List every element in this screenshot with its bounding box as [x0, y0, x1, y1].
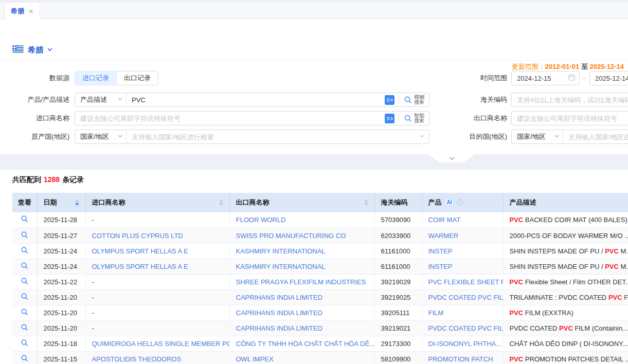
product-link[interactable]: INSTEP: [428, 263, 453, 270]
exporter-input[interactable]: [511, 111, 628, 125]
sort-icons[interactable]: [219, 199, 223, 206]
view-button[interactable]: [12, 212, 37, 228]
product-link[interactable]: PROMOTION PATCH: [428, 355, 493, 363]
importer-label: 进口商名称: [0, 111, 69, 125]
view-magnifier-icon: [21, 339, 29, 347]
exporter-link[interactable]: SHREE PRAGYA FLEXIFILM INDUSTRIES: [236, 278, 366, 286]
start-date-input[interactable]: 2024-12-15: [511, 71, 580, 85]
origin-country-input[interactable]: [127, 130, 420, 143]
exporter-link[interactable]: FLOOR WORLD: [236, 216, 286, 224]
product-link[interactable]: PVDC COATED PVC FIL...: [428, 324, 504, 332]
chevron-down-icon[interactable]: [47, 48, 51, 52]
view-button[interactable]: [12, 274, 37, 289]
tab-greece[interactable]: 希腊 ×: [4, 2, 40, 20]
destination-select[interactable]: 国家/地区: [512, 130, 563, 143]
product-link[interactable]: PVC FLEXIBLE SHEET F...: [428, 278, 504, 286]
chevron-down-icon: [118, 135, 122, 139]
exporter-link[interactable]: KASHMIRY INTERNATIONAL: [236, 247, 326, 255]
date-cell: 2025-11-18: [37, 336, 85, 351]
importer-input[interactable]: [75, 112, 385, 125]
col-date[interactable]: 日期: [37, 193, 85, 212]
result-count: 1288: [41, 175, 62, 184]
exporter-link[interactable]: CÔNG TY TNHH HÓA CHẤT CHẤT HÓA DẺ...: [236, 340, 375, 348]
product-link[interactable]: DI-ISONONYL PHTHA...: [428, 340, 502, 348]
exporter-link[interactable]: CAPRIHANS INDIA LIMITED: [236, 309, 322, 317]
destination-input[interactable]: [563, 130, 628, 143]
hs-code-cell: 62033900: [374, 228, 422, 243]
export-records-tab[interactable]: 出口记录: [116, 71, 158, 85]
exporter-link[interactable]: SWISS PRO MANUFACTURING CO: [236, 232, 346, 240]
exporter-link[interactable]: KASHMIRY INTERNATIONAL: [236, 263, 326, 270]
date-cell: 2025-11-20: [37, 289, 85, 305]
end-date-input[interactable]: 2025-12-14: [589, 71, 628, 85]
sort-icons[interactable]: [75, 199, 79, 206]
importer-cell: COTTON PLUS CYPRUS LTD: [85, 228, 229, 243]
results-table: 查看 日期 进口商名称 出口商名称 海关编码: [12, 193, 628, 364]
product-link[interactable]: FILM: [428, 309, 444, 317]
description-cell: SHIN INSTEPS MADE OF PU / PVC M...: [503, 259, 628, 274]
hs-code-cell: 61161000: [374, 259, 422, 274]
view-button[interactable]: [12, 243, 37, 259]
importer-cell: -: [85, 305, 229, 320]
origin-country-label: 原产国(地区): [0, 130, 69, 144]
importer-link[interactable]: QUIMIDROGA HELLAS SINGLE MEMBER PC: [92, 340, 230, 348]
view-button[interactable]: [12, 228, 37, 243]
view-button[interactable]: [12, 305, 37, 320]
view-button[interactable]: [12, 259, 37, 274]
sort-icons[interactable]: [364, 199, 368, 206]
exporter-cell: CÔNG TY TNHH HÓA CHẤT CHẤT HÓA DẺ...: [229, 336, 374, 351]
translate-icon[interactable]: 文A: [385, 95, 394, 105]
update-range-start: 2012-01-01: [545, 63, 580, 70]
greek-flag-icon: [12, 45, 24, 54]
update-range-to: 至: [581, 63, 588, 70]
description-cell: PVC Flexible Sheet / Film OTHER DET...: [503, 274, 628, 289]
divider: [399, 114, 399, 122]
product-link[interactable]: INSTEP: [428, 247, 453, 255]
product-field-select[interactable]: 产品描述: [75, 93, 127, 106]
importer-link[interactable]: OLYMPUS SPORT HELLAS A E: [92, 247, 188, 255]
destination-select-value: 国家/地区: [517, 132, 546, 141]
date-cell: 2025-11-20: [37, 320, 85, 336]
translate-icon[interactable]: 文A: [385, 114, 394, 123]
hs-code-cell: 39219029: [374, 274, 422, 289]
exporter-link[interactable]: OWL IMPEX: [236, 355, 274, 363]
product-input[interactable]: [127, 93, 385, 106]
fuzzy-search-button[interactable]: 模糊搜索: [403, 95, 429, 105]
view-button[interactable]: [12, 289, 37, 305]
product-link[interactable]: COIR MAT: [428, 216, 461, 224]
result-summary: 共匹配到1288条记录: [12, 175, 84, 185]
col-description: 产品描述: [503, 193, 628, 212]
smart-search-button[interactable]: 智能搜索: [403, 113, 429, 123]
exporter-link[interactable]: CAPRIHANS INDIA LIMITED: [236, 294, 322, 301]
importer-link[interactable]: APOSTOLIDIS THEODOROS: [92, 355, 182, 363]
product-link[interactable]: PVDC COATED PVC FIL...: [428, 294, 504, 301]
view-magnifier-icon: [21, 231, 29, 239]
page-title: 希腊: [28, 45, 43, 55]
hs-code-input[interactable]: [511, 93, 628, 107]
info-icon[interactable]: [457, 199, 463, 207]
description-cell: SHIN INSTEPS MADE OF PU / PVC M...: [503, 243, 628, 259]
description-cell: PVC FILM (EXXTRA): [503, 305, 628, 320]
exporter-cell: CAPRIHANS INDIA LIMITED: [229, 305, 374, 320]
view-button[interactable]: [12, 336, 37, 351]
date-cell: 2025-11-27: [37, 228, 85, 243]
view-magnifier-icon: [21, 293, 29, 301]
exporter-link[interactable]: CAPRIHANS INDIA LIMITED: [236, 324, 322, 332]
product-cell: COIR MAT: [422, 212, 503, 228]
import-records-tab[interactable]: 进口记录: [75, 71, 117, 85]
col-importer[interactable]: 进口商名称: [85, 193, 229, 212]
importer-link[interactable]: COTTON PLUS CYPRUS LTD: [92, 232, 183, 240]
product-link[interactable]: WARMER: [428, 232, 459, 240]
results-table-body: 2025-11-28-FLOOR WORLD57039090COIR MATPV…: [12, 212, 628, 364]
view-button[interactable]: [12, 351, 37, 364]
chevron-down-icon[interactable]: [420, 135, 424, 139]
origin-country-select[interactable]: 国家/地区: [75, 130, 127, 143]
col-exporter[interactable]: 出口商名称: [229, 193, 374, 212]
table-row: 2025-11-20-CAPRIHANS INDIA LIMITED392190…: [12, 289, 628, 305]
importer-link[interactable]: OLYMPUS SPORT HELLAS A E: [92, 263, 188, 270]
view-button[interactable]: [12, 320, 37, 336]
product-cell: WARMER: [422, 228, 503, 243]
time-range-label: 时间范围: [437, 71, 507, 85]
close-icon[interactable]: ×: [29, 7, 33, 15]
date-cell: 2025-11-20: [37, 305, 85, 320]
